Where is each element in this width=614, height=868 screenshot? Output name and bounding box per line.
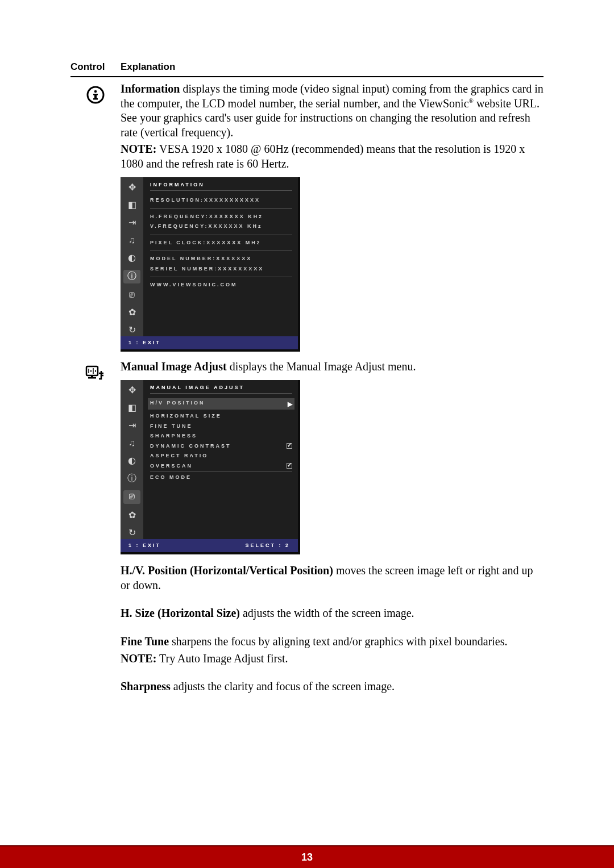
svg-point-4 (94, 90, 97, 93)
osd-title: MANUAL IMAGE ADJUST (150, 385, 292, 394)
divider (70, 76, 544, 77)
auto-adjust-icon: ✥ (126, 385, 138, 397)
osd-item-aspect[interactable]: ASPECT RATIO (150, 451, 292, 461)
audio-icon: ♫ (126, 235, 138, 247)
svg-rect-2 (93, 94, 98, 95)
svg-rect-3 (93, 98, 98, 100)
header-explanation: Explanation (121, 61, 175, 73)
contrast-icon: ◧ (126, 199, 138, 211)
info-menu-icon: ⓘ (126, 473, 138, 485)
osd-hfreq: H.FREQUENCY:XXXXXXX KHz (150, 212, 292, 222)
auto-adjust-icon: ✥ (126, 182, 138, 194)
info-menu-icon: ⓘ (123, 270, 140, 283)
header-control: Control (70, 61, 121, 73)
osd-information: ✥ ◧ ⇥ ♫ ◐ ⓘ ⎚ ✿ ↻ INFORMATION RESOLUTION… (121, 177, 300, 352)
osd-footer-exit: 1 : EXIT (128, 340, 161, 347)
osd-sidebar: ✥ ◧ ⇥ ♫ ◐ ⓘ ⎚ ✿ ↻ (121, 177, 143, 336)
input-icon: ⇥ (126, 217, 138, 229)
info-icon (86, 85, 105, 105)
osd-item-sharp[interactable]: SHARPNESS (150, 431, 292, 441)
osd-url: WWW.VIEWSONIC.COM (150, 280, 292, 290)
hvpos-paragraph: H./V. Position (Horizontal/Vertical Posi… (121, 564, 544, 592)
color-icon: ◐ (126, 455, 138, 467)
checkbox-icon: ✓ (287, 443, 292, 449)
manual-paragraph: Manual Image Adjust displays the Manual … (121, 360, 544, 374)
recall-icon: ↻ (126, 527, 138, 539)
info-note: NOTE: VESA 1920 x 1080 @ 60Hz (recommend… (121, 142, 544, 171)
svg-rect-7 (88, 377, 96, 379)
ftune-note: NOTE: Try Auto Image Adjust first. (121, 652, 544, 666)
osd-footer-select: SELECT : 2 (245, 542, 290, 549)
osd-item-ftune[interactable]: FINE TUNE (150, 422, 292, 432)
info-paragraph: Information displays the timing mode (vi… (121, 82, 544, 140)
osd-resolution: RESOLUTION:XXXXXXXXXXX (150, 195, 292, 206)
osd-item-hsize[interactable]: HORIZONTAL SIZE (150, 411, 292, 422)
setup-icon: ✿ (126, 510, 138, 521)
svg-rect-5 (86, 366, 98, 375)
osd-title: INFORMATION (150, 182, 292, 191)
osd-sidebar: ✥ ◧ ⇥ ♫ ◐ ⓘ ⎚ ✿ ↻ (121, 380, 143, 539)
osd-model: MODEL NUMBER:XXXXXXX (150, 254, 292, 264)
checkbox-icon: ✓ (287, 463, 292, 469)
osd-manual-adjust: ✥ ◧ ⇥ ♫ ◐ ⓘ ⎚ ✿ ↻ MANUAL IMAGE ADJUST H/… (121, 380, 300, 555)
svg-rect-6 (91, 375, 93, 377)
osd-item-over[interactable]: OVERSCAN✓ (150, 461, 292, 471)
arrow-right-icon: ▶ (288, 400, 292, 408)
manual-adjust-icon (85, 363, 106, 383)
page-number: 13 (0, 846, 614, 868)
sharpness-paragraph: Sharpness adjusts the clarity and focus … (121, 679, 544, 694)
hsize-paragraph: H. Size (Horizontal Size) adjusts the wi… (121, 606, 544, 621)
osd-item-eco[interactable]: ECO MODE (150, 471, 292, 483)
osd-serial: SERIEL NUMBER:XXXXXXXXX (150, 264, 292, 274)
osd-pclock: PIXEL CLOCK:XXXXXXX MHz (150, 238, 292, 248)
osd-footer-exit: 1 : EXIT (128, 542, 161, 549)
ftune-paragraph: Fine Tune sharpens the focus by aligning… (121, 635, 544, 649)
contrast-icon: ◧ (126, 402, 138, 414)
setup-icon: ✿ (126, 307, 138, 319)
audio-icon: ♫ (126, 437, 138, 449)
recall-icon: ↻ (126, 324, 138, 336)
color-icon: ◐ (126, 252, 138, 264)
input-icon: ⇥ (126, 420, 138, 432)
osd-item-hv[interactable]: H/V POSITION▶ (148, 398, 294, 410)
osd-item-dyn[interactable]: DYNAMIC CONTRAST✓ (150, 441, 292, 452)
manual-adjust-icon: ⎚ (123, 490, 140, 504)
osd-vfreq: V.FREQUENCY:XXXXXXX KHz (150, 222, 292, 232)
manual-adjust-icon: ⎚ (126, 289, 138, 301)
